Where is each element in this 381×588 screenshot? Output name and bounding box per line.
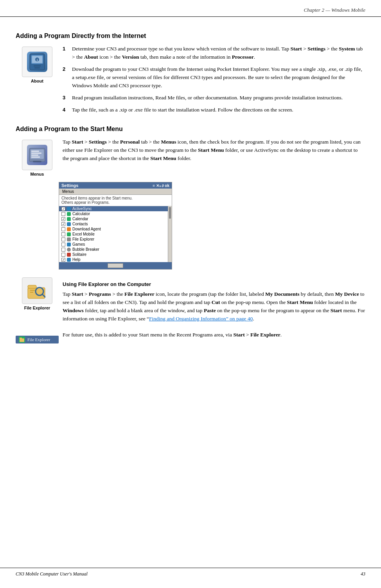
ss-label-contacts: Contacts xyxy=(72,222,88,226)
ss-item-file-explorer: File Explorer xyxy=(59,237,168,242)
settings-screenshot: Settings ≡ ✕ₓ ∂ ok Menus Checked items a… xyxy=(59,182,172,270)
ss-item-calendar: ✓ Calendar xyxy=(59,216,168,221)
section2-icon-text-row: Menus Tap Start > Settings > the Persona… xyxy=(16,138,365,176)
fe-bar-label: File Explorer xyxy=(27,337,50,342)
ss-footer-btn xyxy=(108,263,123,268)
steps-col: 1 Determine your CN3 and processor type … xyxy=(59,45,365,118)
svg-rect-12 xyxy=(31,156,40,158)
bottom-para: For future use, this is added to your St… xyxy=(63,331,365,339)
ss-scrollbar xyxy=(168,206,172,262)
ss-icon-download-agent xyxy=(67,227,71,231)
step-3: 3 Read program installation instructions… xyxy=(63,94,365,102)
ss-icon-contacts xyxy=(67,222,71,226)
bottom-text-col: For future use, this is added to your St… xyxy=(59,331,365,343)
ss-icon-solitaire xyxy=(67,253,71,257)
ss-icon-bubble-breaker xyxy=(67,248,71,252)
ss-list-col: ✓ ActiveSync Calculator ✓ Calendar xyxy=(59,206,168,262)
ss-icon-file-explorer xyxy=(67,237,71,241)
steps-list: 1 Determine your CN3 and processor type … xyxy=(63,45,365,114)
ss-item-activesync: ✓ ActiveSync xyxy=(59,206,168,211)
about-icon-col: i About xyxy=(16,45,59,83)
svg-rect-6 xyxy=(34,67,40,68)
file-explorer-icon-box xyxy=(22,277,52,304)
ss-item-contacts: ✓ Contacts xyxy=(59,221,168,227)
ss-label-solitaire: Solitaire xyxy=(72,252,86,257)
about-icon: i xyxy=(27,52,47,72)
ss-cb-help: ✓ xyxy=(61,258,65,262)
ss-subtitle: Checked items appear in the Start menu.O… xyxy=(59,195,172,206)
svg-rect-9 xyxy=(31,151,39,152)
header-text: Chapter 2 — Windows Mobile xyxy=(304,7,365,13)
footer-right: 43 xyxy=(361,571,365,577)
main-content: Adding a Program Directly from the Inter… xyxy=(0,17,381,367)
ss-item-help: ✓ Help xyxy=(59,257,168,262)
ss-label-help: Help xyxy=(72,257,81,262)
ss-label-calculator: Calculator xyxy=(72,212,90,216)
file-explorer-icon-col: File Explorer xyxy=(16,276,59,310)
bottom-row: File Explorer For future use, this is ad… xyxy=(16,331,365,343)
ss-label-download-agent: Download Agent xyxy=(72,227,101,231)
svg-rect-15 xyxy=(28,285,36,288)
ss-item-solitaire: Solitaire xyxy=(59,252,168,257)
ss-cb-file-explorer xyxy=(61,237,65,241)
ss-item-calculator: Calculator xyxy=(59,211,168,216)
ss-item-download-agent: Download Agent xyxy=(59,227,168,232)
ss-footer xyxy=(59,262,172,269)
ss-cb-excel xyxy=(61,232,65,236)
svg-rect-13 xyxy=(33,161,41,162)
section2-para: Tap Start > Settings > the Personal tab … xyxy=(63,138,365,163)
ss-item-bubble-breaker: Bubble Breaker xyxy=(59,247,168,252)
section2-text-col: Tap Start > Settings > the Personal tab … xyxy=(59,138,365,167)
about-icon-label: About xyxy=(31,79,43,83)
fe-bar-icon xyxy=(19,336,25,343)
ss-label-bubble-breaker: Bubble Breaker xyxy=(72,247,99,252)
ss-title: Settings xyxy=(61,183,78,188)
settings-screenshot-container: Settings ≡ ✕ₓ ∂ ok Menus Checked items a… xyxy=(59,182,365,270)
page-footer: CN3 Mobile Computer User's Manual 43 xyxy=(0,568,381,580)
ss-cb-solitaire xyxy=(61,253,65,257)
ss-cb-games xyxy=(61,243,65,246)
ss-label-excel: Excel Mobile xyxy=(72,232,95,236)
menus-icon-col: Menus xyxy=(16,138,59,176)
about-icon-box: i xyxy=(22,47,52,77)
ss-item-excel: Excel Mobile xyxy=(59,232,168,237)
section3-text-col: Using File Explorer on the Computer Tap … xyxy=(59,276,365,327)
ss-icon-excel xyxy=(67,232,71,236)
ss-icon-games xyxy=(67,243,71,246)
ss-cb-activesync: ✓ xyxy=(61,207,65,211)
menus-icon xyxy=(27,145,47,165)
ss-titlebar: Settings ≡ ✕ₓ ∂ ok xyxy=(59,182,172,189)
step-1: 1 Determine your CN3 and processor type … xyxy=(63,45,365,61)
file-explorer-icon-label: File Explorer xyxy=(24,306,50,310)
svg-rect-21 xyxy=(20,338,22,339)
section1-heading: Adding a Program Directly from the Inter… xyxy=(16,32,365,40)
ss-cb-calculator xyxy=(61,212,65,216)
ss-cb-bubble-breaker xyxy=(61,248,65,252)
ss-list-row: ✓ ActiveSync Calculator ✓ Calendar xyxy=(59,206,172,262)
ss-label-games: Games xyxy=(72,242,85,246)
step-2: 2 Download the program to your CN3 strai… xyxy=(63,65,365,90)
ss-titlebar-icons: ≡ ✕ₓ ∂ ok xyxy=(153,183,169,188)
section2-heading: Adding a Program to the Start Menu xyxy=(16,126,365,133)
section1-icon-text-row: i About 1 Determine your CN3 and process… xyxy=(16,45,365,118)
section3-icon-text-row: File Explorer Using File Explorer on the… xyxy=(16,276,365,327)
ss-label-calendar: Calendar xyxy=(72,217,88,221)
ss-label-activesync: ActiveSync xyxy=(72,207,92,211)
svg-rect-5 xyxy=(34,65,41,67)
section3-sub-heading: Using File Explorer on the Computer xyxy=(63,281,365,287)
menus-icon-label: Menus xyxy=(31,172,44,176)
section3-para: Tap Start > Programs > the File Explorer… xyxy=(63,290,365,323)
ss-item-games: Games xyxy=(59,242,168,247)
ss-icon-activesync xyxy=(67,207,71,211)
svg-rect-10 xyxy=(31,153,41,154)
step-4: 4 Tap the file, such as a .xip or .exe f… xyxy=(63,106,365,114)
menus-icon-box xyxy=(22,140,52,170)
ss-cb-contacts: ✓ xyxy=(61,222,65,226)
ss-icon-calendar xyxy=(67,217,71,221)
ss-label-file-explorer: File Explorer xyxy=(72,237,94,241)
ss-icon-calculator xyxy=(67,212,71,216)
ss-cb-download-agent xyxy=(61,227,65,231)
svg-rect-11 xyxy=(31,155,38,156)
footer-left: CN3 Mobile Computer User's Manual xyxy=(16,571,88,577)
file-explorer-bar: File Explorer xyxy=(16,336,59,343)
